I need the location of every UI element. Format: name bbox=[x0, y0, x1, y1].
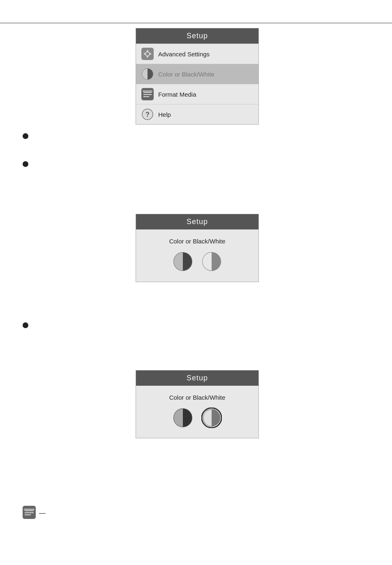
setup-panel-2: Setup Color or Black/White bbox=[136, 214, 259, 282]
bullet-dot-1 bbox=[23, 133, 28, 139]
setup-title-2: Setup bbox=[136, 214, 258, 229]
bottom-icon-row: — bbox=[23, 506, 46, 521]
svg-rect-10 bbox=[143, 96, 149, 97]
svg-point-3 bbox=[147, 56, 148, 58]
color-icons-row-2 bbox=[173, 251, 222, 273]
color-icon-selected-3[interactable] bbox=[201, 408, 222, 430]
color-icon-dark-2[interactable] bbox=[173, 251, 193, 273]
top-divider bbox=[0, 23, 392, 23]
advanced-icon bbox=[141, 47, 154, 60]
panel2-content: Color or Black/White bbox=[136, 229, 258, 282]
bullets-section bbox=[23, 132, 376, 188]
svg-rect-9 bbox=[143, 94, 152, 95]
format-media-label: Format Media bbox=[158, 91, 196, 98]
setup-panel-3: Setup Color or Black/White bbox=[136, 370, 259, 438]
svg-rect-21 bbox=[25, 512, 34, 513]
setup-title-1: Setup bbox=[136, 28, 258, 44]
color-icon-light-2[interactable] bbox=[201, 251, 222, 273]
svg-rect-22 bbox=[25, 514, 31, 515]
format-icon bbox=[141, 88, 154, 101]
bullet-dot-2 bbox=[23, 161, 28, 167]
bullet-item-2 bbox=[23, 160, 376, 167]
bullet-item-1 bbox=[23, 132, 376, 139]
bottom-format-icon bbox=[23, 506, 36, 521]
color-bw-icon bbox=[141, 67, 154, 81]
svg-point-2 bbox=[147, 50, 148, 52]
help-label: Help bbox=[158, 111, 171, 118]
svg-text:?: ? bbox=[145, 111, 150, 118]
menu-item-color[interactable]: Color or Black/White bbox=[136, 64, 258, 84]
bottom-dash: — bbox=[39, 509, 46, 517]
menu-item-help[interactable]: ? Help bbox=[136, 104, 258, 124]
color-icons-row-3 bbox=[173, 408, 222, 430]
menu-item-advanced[interactable]: Advanced Settings bbox=[136, 44, 258, 64]
color-icon-dark-3[interactable] bbox=[173, 408, 193, 430]
bullet-item-3 bbox=[23, 321, 35, 328]
bullet-dot-3 bbox=[23, 322, 28, 328]
setup-panel-1: Setup Advanced Settings Color or Black/W… bbox=[136, 28, 259, 125]
svg-rect-0 bbox=[141, 48, 154, 60]
advanced-settings-label: Advanced Settings bbox=[158, 51, 210, 58]
help-icon: ? bbox=[141, 108, 154, 121]
svg-point-4 bbox=[144, 53, 145, 55]
svg-rect-23 bbox=[24, 509, 35, 510]
panel3-subtitle: Color or Black/White bbox=[169, 394, 226, 401]
menu-item-format[interactable]: Format Media bbox=[136, 84, 258, 104]
panel2-subtitle: Color or Black/White bbox=[169, 238, 226, 245]
color-bw-label: Color or Black/White bbox=[158, 71, 214, 78]
svg-rect-8 bbox=[143, 92, 152, 93]
setup-title-3: Setup bbox=[136, 370, 258, 386]
svg-point-5 bbox=[150, 53, 151, 55]
panel3-content: Color or Black/White bbox=[136, 386, 258, 438]
svg-rect-11 bbox=[143, 90, 152, 92]
svg-rect-20 bbox=[25, 510, 34, 511]
